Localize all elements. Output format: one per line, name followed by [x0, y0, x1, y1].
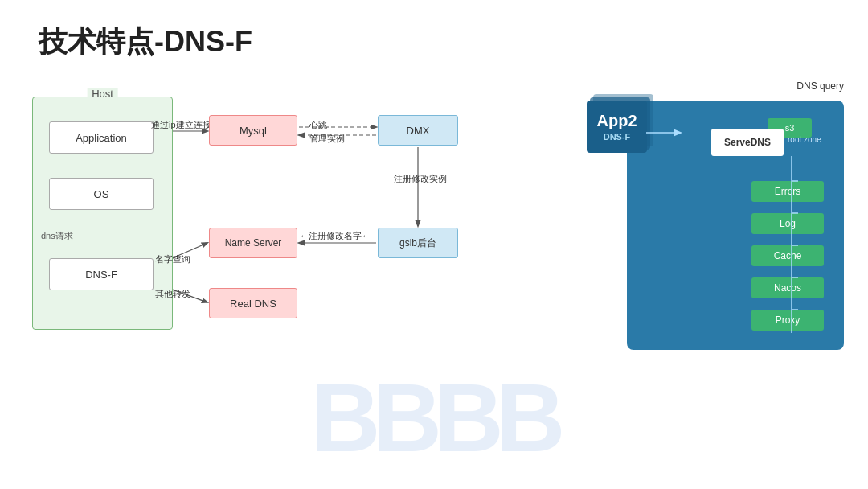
register-modify-label: 注册修改实例	[394, 173, 447, 185]
real-dns-box: Real DNS	[209, 288, 297, 318]
serve-dns-box: ServeDNS	[711, 129, 784, 156]
manage-label: 管理实例	[309, 133, 345, 145]
os-box: OS	[49, 178, 154, 210]
other-fwd-label: 其他转发	[155, 288, 190, 300]
arrow-ip-label: 通过ip建立连接	[151, 119, 211, 131]
dns-f-box: DNS-F	[49, 258, 154, 290]
heartbeat-label: 心跳	[309, 119, 327, 131]
host-box: Host Application OS dns请求 DNS-F	[32, 97, 173, 330]
register-name-label: ←注册修改名字←	[300, 230, 371, 242]
name-query-label: 名字查询	[155, 253, 190, 265]
dns-req-label: dns请求	[41, 230, 73, 242]
left-diagram: Host Application OS dns请求 DNS-F 通过ip建立连接…	[24, 80, 522, 370]
page-title: 技术特点-DNS-F	[39, 23, 252, 62]
connector-svg	[784, 156, 800, 333]
app2-arrow-svg	[646, 125, 686, 141]
watermark: BBBB	[0, 362, 868, 473]
gslb-box: gslb后台	[378, 228, 458, 258]
name-server-box: Name Server	[209, 228, 297, 258]
mysql-box: Mysql	[209, 115, 297, 146]
right-diagram: DNS query s3 ServeDNS root zone Errors L…	[579, 80, 852, 370]
dmx-box: DMX	[378, 115, 458, 146]
dns-query-label: DNS query	[796, 80, 844, 92]
root-zone-label: root zone	[788, 135, 821, 144]
app2-card: App2 DNS-F	[587, 101, 647, 153]
host-label: Host	[87, 88, 118, 100]
app2-stack: App2 DNS-F	[587, 101, 651, 173]
application-box: Application	[49, 121, 154, 154]
